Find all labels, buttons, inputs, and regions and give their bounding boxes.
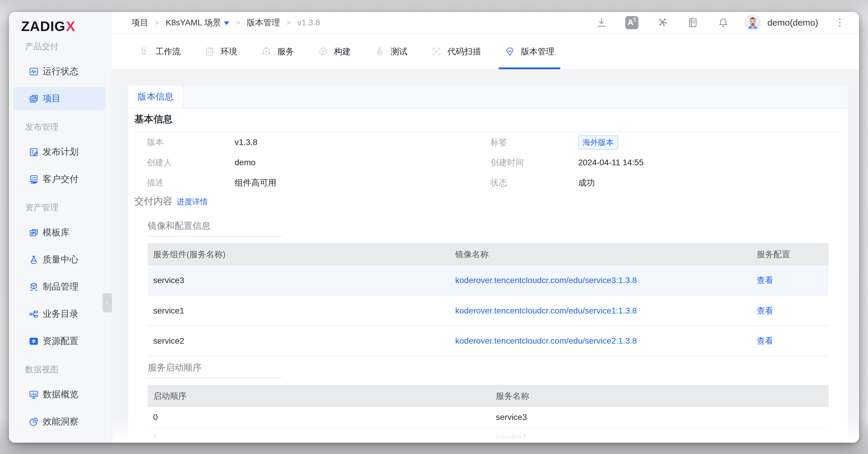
topbar-actions: A文 demo(demo): [595, 14, 842, 31]
version-gem-icon: [505, 46, 515, 57]
sidebar-item-template-library[interactable]: 模板库: [14, 221, 106, 244]
sidebar-item-label: 模板库: [43, 226, 69, 239]
table-row: 1 service1: [148, 427, 829, 443]
project-navbar: 工作流 环境 服务 构建 测试 代码扫描: [112, 34, 859, 70]
image-link[interactable]: koderover.tencentcloudcr.com/edu/service…: [455, 275, 637, 285]
view-config-link[interactable]: 查看: [757, 275, 773, 285]
sidebar-group-data-views: 数据视图: [25, 364, 112, 375]
sidebar-item-label: 资源配置: [43, 335, 79, 347]
translate-icon[interactable]: A文: [625, 16, 639, 29]
table-header-row: 服务组件(服务名称) 镜像名称 服务配置: [148, 243, 829, 265]
brand-accent: X: [66, 18, 75, 34]
breadcrumb-version-mgmt[interactable]: 版本管理: [247, 17, 280, 28]
nav-workflow[interactable]: 工作流: [140, 34, 181, 69]
sidebar-item-data-overview[interactable]: 数据概览: [14, 383, 106, 406]
sidebar-item-quality-center[interactable]: 质量中心: [14, 248, 106, 271]
sidebar: ZADIG X 产品交付 运行状态 PM 项目 发布管理 发布计划: [9, 12, 112, 443]
field-version: 版本 v1.3.8: [147, 132, 490, 153]
divider: [148, 378, 281, 378]
field-description: 描述 组件高可用: [147, 173, 490, 193]
sidebar-item-label: 制品管理: [43, 281, 79, 293]
sidebar-item-release-plan[interactable]: 发布计划: [14, 140, 106, 164]
user-menu[interactable]: demo(demo): [745, 14, 818, 31]
sidebar-item-label: 项目: [43, 93, 61, 105]
tab-version-info[interactable]: 版本信息: [128, 85, 183, 108]
download-icon[interactable]: [595, 16, 608, 29]
basic-info-fields: 版本 v1.3.8 标签 海外版本 创建人 demo 创建时间: [134, 132, 839, 193]
sidebar-item-label: 效能洞察: [43, 416, 79, 428]
delivery-title: 交付内容: [134, 195, 173, 208]
template-library-icon: [29, 228, 39, 238]
nav-build[interactable]: 构建: [318, 34, 351, 69]
notification-bell-icon[interactable]: [717, 16, 730, 29]
plan-edit-icon: [29, 147, 39, 157]
data-overview-icon: [29, 390, 39, 400]
col-boot-order: 启动顺序: [148, 385, 496, 407]
sidebar-item-run-status[interactable]: 运行状态: [14, 60, 106, 83]
sidebar-item-projects[interactable]: PM 项目: [14, 87, 106, 110]
sidebar-item-label: 数据概览: [43, 388, 79, 400]
version-card: 版本信息 基本信息 版本 v1.3.8 标签 海外版本: [128, 85, 848, 443]
table-row: service1 koderover.tencentcloudcr.com/ed…: [148, 296, 829, 326]
status-badge: 成功: [578, 177, 595, 189]
service-cube-icon: [261, 46, 271, 57]
nav-environment[interactable]: 环境: [205, 34, 237, 69]
sidebar-item-artifact-mgmt[interactable]: 制品管理: [14, 275, 106, 299]
boot-order-table: 启动顺序 服务名称 0 service3 1 service1: [148, 385, 829, 443]
tag-badge: 海外版本: [578, 135, 618, 150]
breadcrumb-projects[interactable]: 项目: [132, 17, 148, 28]
breadcrumb: 项目 > K8sYAML 场景 > 版本管理 > v1.3.8: [132, 17, 320, 28]
sidebar-item-label: 客户交付: [43, 173, 79, 185]
progress-detail-link[interactable]: 进度详情: [177, 197, 208, 207]
sidebar-item-customer-delivery[interactable]: 客户交付: [14, 167, 106, 191]
dropdown-caret-icon[interactable]: [224, 22, 229, 25]
nav-version-mgmt[interactable]: 版本管理: [505, 34, 554, 69]
network-graph-icon[interactable]: [656, 16, 669, 29]
breadcrumb-separator: >: [286, 19, 291, 27]
sidebar-collapse-button[interactable]: [103, 293, 112, 312]
breadcrumb-current-version: v1.3.8: [297, 18, 320, 27]
avatar[interactable]: [745, 14, 761, 31]
breadcrumb-separator: >: [155, 19, 159, 27]
col-image-name: 镜像名称: [455, 243, 757, 265]
col-service-name: 服务名称: [496, 385, 829, 407]
app-window: ZADIG X 产品交付 运行状态 PM 项目 发布管理 发布计划: [9, 12, 859, 443]
nav-code-scan[interactable]: 代码扫描: [431, 34, 481, 69]
field-creator: 创建人 demo: [147, 153, 490, 173]
sidebar-item-label: 业务目录: [43, 308, 79, 320]
sidebar-item-resource-config[interactable]: 资源配置: [14, 329, 106, 353]
docs-book-icon[interactable]: [686, 16, 700, 29]
resource-gear-icon: [29, 336, 39, 346]
code-scan-icon: [431, 46, 441, 57]
field-tag: 标签 海外版本: [490, 132, 839, 153]
basic-info-title: 基本信息: [134, 112, 839, 126]
image-link[interactable]: koderover.tencentcloudcr.com/edu/service…: [455, 336, 637, 346]
nav-test[interactable]: 测试: [375, 34, 407, 69]
table-row: service2 koderover.tencentcloudcr.com/ed…: [148, 326, 829, 356]
image-link[interactable]: koderover.tencentcloudcr.com/edu/service…: [455, 306, 637, 315]
sidebar-item-insight[interactable]: 效能洞察: [14, 410, 106, 433]
environment-icon: [205, 46, 215, 57]
sidebar-item-business-catalog[interactable]: 业务目录: [14, 302, 106, 326]
test-flask-icon: [375, 46, 385, 57]
nav-service[interactable]: 服务: [261, 34, 294, 69]
topbar: 项目 > K8sYAML 场景 > 版本管理 > v1.3.8 A文: [112, 12, 859, 34]
field-created-time: 创建时间 2024-04-11 14:55: [490, 153, 839, 173]
projects-icon: PM: [29, 94, 39, 104]
business-catalog-icon: [29, 309, 39, 319]
more-menu-icon[interactable]: [837, 17, 842, 28]
view-config-link[interactable]: 查看: [757, 306, 773, 315]
breadcrumb-project-name[interactable]: K8sYAML 场景: [166, 17, 229, 28]
boot-order-title: 服务启动顺序: [148, 361, 839, 374]
build-icon: [318, 46, 328, 57]
insight-pie-icon: [29, 417, 39, 427]
chevron-left-icon: [105, 300, 110, 305]
brand-logo: ZADIG X: [21, 18, 112, 35]
quality-flask-icon: [29, 255, 39, 265]
view-config-link[interactable]: 查看: [757, 336, 773, 346]
customer-delivery-icon: [29, 174, 39, 184]
table-row: 0 service3: [148, 407, 829, 427]
main-area: 项目 > K8sYAML 场景 > 版本管理 > v1.3.8 A文: [112, 12, 859, 443]
sidebar-group-asset-mgmt: 资产管理: [25, 202, 112, 213]
brand-primary: ZADIG: [21, 18, 65, 34]
